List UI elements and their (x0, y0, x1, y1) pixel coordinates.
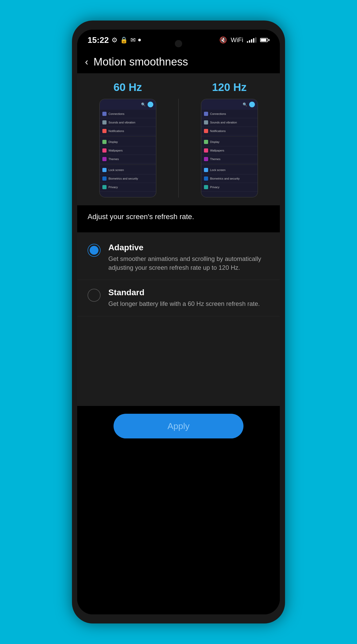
preview-60hz: 60 Hz 🔍 Connections Sounds and vibra (82, 81, 173, 198)
connections-label-60: Connections (109, 112, 124, 115)
apply-section: Apply (77, 406, 280, 446)
camera-dot (175, 40, 182, 47)
preview-item-notif-60: Notifications (100, 127, 156, 135)
preview-search-icon-120: 🔍 (243, 102, 247, 107)
description-section: Adjust your screen's refresh rate. (77, 205, 280, 228)
radio-standard[interactable] (88, 289, 101, 302)
page-header: ‹ Motion smoothness (77, 50, 280, 73)
preview-item-privacy-120: Privacy (201, 183, 257, 192)
connections-icon-120 (204, 112, 208, 116)
radio-adaptive[interactable] (88, 244, 101, 257)
radio-adaptive-fill (90, 246, 98, 255)
display-icon-60 (102, 140, 107, 144)
bottom-space (77, 446, 280, 615)
option-adaptive-text: Adaptive Get smoother animations and scr… (108, 243, 269, 272)
preview-item-connections-60: Connections (100, 110, 156, 118)
notif-label-120: Notifications (210, 129, 226, 133)
themes-label-120: Themes (210, 157, 221, 161)
privacy-label-120: Privacy (210, 186, 220, 189)
settings-icon: ⚙ (111, 36, 117, 44)
preview-item-wallpaper-60: Wallpapers (100, 146, 156, 155)
preview-header-120: 🔍 (201, 99, 257, 110)
connections-label-120: Connections (210, 112, 226, 115)
privacy-icon-120 (204, 185, 208, 189)
status-left: 15:22 ⚙ 🔒 ✉ (88, 35, 141, 45)
divider-120-1 (201, 136, 257, 137)
preview-120hz: 120 Hz 🔍 Connections Sounds and vibr (184, 81, 275, 198)
privacy-label-60: Privacy (109, 186, 118, 189)
bio-icon-120 (204, 176, 208, 181)
themes-icon-60 (102, 157, 107, 161)
preview-divider (178, 99, 179, 198)
preview-item-sounds-60: Sounds and vibration (100, 118, 156, 127)
preview-item-connections-120: Connections (201, 110, 257, 118)
main-content: ‹ Motion smoothness 60 Hz 🔍 Conne (77, 50, 280, 614)
privacy-icon-60 (102, 185, 107, 189)
status-right: 🔇 WiFi (219, 36, 269, 44)
preview-item-display-60: Display (100, 138, 156, 146)
preview-section: 60 Hz 🔍 Connections Sounds and vibra (77, 73, 280, 205)
preview-item-wallpaper-120: Wallpapers (201, 146, 257, 155)
bio-icon-60 (102, 176, 107, 181)
lock-icon-120 (204, 168, 208, 172)
option-standard-desc: Get longer battery life with a 60 Hz scr… (108, 299, 260, 308)
display-label-60: Display (109, 140, 118, 143)
themes-icon-120 (204, 157, 208, 161)
preview-item-bio-60: Biometrics and security (100, 174, 156, 183)
wallpaper-label-60: Wallpapers (109, 149, 123, 152)
phone-device: 15:22 ⚙ 🔒 ✉ 🔇 WiFi (72, 21, 285, 623)
status-time: 15:22 (88, 35, 109, 45)
hz-60-label: 60 Hz (114, 81, 142, 94)
preview-item-display-120: Display (201, 138, 257, 146)
page-title: Motion smoothness (94, 56, 188, 68)
hz-120-label: 120 Hz (212, 81, 247, 94)
preview-item-privacy-60: Privacy (100, 183, 156, 192)
wallpaper-icon-120 (204, 148, 208, 153)
divider-60-1 (100, 136, 156, 137)
preview-item-themes-60: Themes (100, 155, 156, 163)
preview-item-themes-120: Themes (201, 155, 257, 163)
option-adaptive-desc: Get smoother animations and scrolling by… (108, 254, 269, 272)
display-icon-120 (204, 140, 208, 144)
divider-120-2 (201, 165, 257, 165)
option-standard-text: Standard Get longer battery life with a … (108, 288, 260, 308)
bio-label-60: Biometrics and security (109, 177, 138, 180)
option-adaptive[interactable]: Adaptive Get smoother animations and scr… (77, 235, 280, 280)
phone-preview-60: 🔍 Connections Sounds and vibration (99, 99, 156, 198)
notif-icon-120 (204, 129, 208, 133)
sounds-icon-60 (102, 120, 107, 124)
description-text: Adjust your screen's refresh rate. (88, 213, 194, 221)
preview-item-notif-120: Notifications (201, 127, 257, 135)
preview-avatar-120 (249, 102, 255, 107)
preview-item-lock-120: Lock screen (201, 166, 257, 174)
phone-preview-120: 🔍 Connections Sounds and vibration (201, 99, 258, 198)
sounds-label-60: Sounds and vibration (109, 121, 135, 124)
option-standard[interactable]: Standard Get longer battery life with a … (77, 280, 280, 316)
bio-label-120: Biometrics and security (210, 177, 240, 180)
preview-item-bio-120: Biometrics and security (201, 174, 257, 183)
wallpaper-icon-60 (102, 148, 107, 153)
display-label-120: Display (210, 140, 220, 143)
notification-dot (138, 39, 141, 41)
preview-item-lock-60: Lock screen (100, 166, 156, 174)
preview-header-60: 🔍 (100, 99, 156, 110)
back-button[interactable]: ‹ (85, 56, 88, 68)
option-standard-title: Standard (108, 288, 260, 297)
sounds-icon-120 (204, 120, 208, 124)
wifi-icon: WiFi (231, 36, 243, 44)
battery-icon (260, 38, 269, 42)
connections-icon-60 (102, 112, 107, 116)
apply-button[interactable]: Apply (114, 414, 243, 438)
preview-item-sounds-120: Sounds and vibration (201, 118, 257, 127)
option-adaptive-title: Adaptive (108, 243, 269, 252)
preview-search-icon-60: 🔍 (141, 102, 146, 107)
sounds-label-120: Sounds and vibration (210, 121, 237, 124)
themes-label-60: Themes (109, 157, 119, 161)
options-section: Adaptive Get smoother animations and scr… (77, 232, 280, 406)
notif-icon-60 (102, 129, 107, 133)
mute-icon: 🔇 (219, 36, 227, 44)
lock-icon-60 (102, 168, 107, 172)
phone-screen: 15:22 ⚙ 🔒 ✉ 🔇 WiFi (77, 30, 280, 614)
preview-avatar-60 (148, 102, 153, 107)
signal-icon (247, 37, 256, 43)
